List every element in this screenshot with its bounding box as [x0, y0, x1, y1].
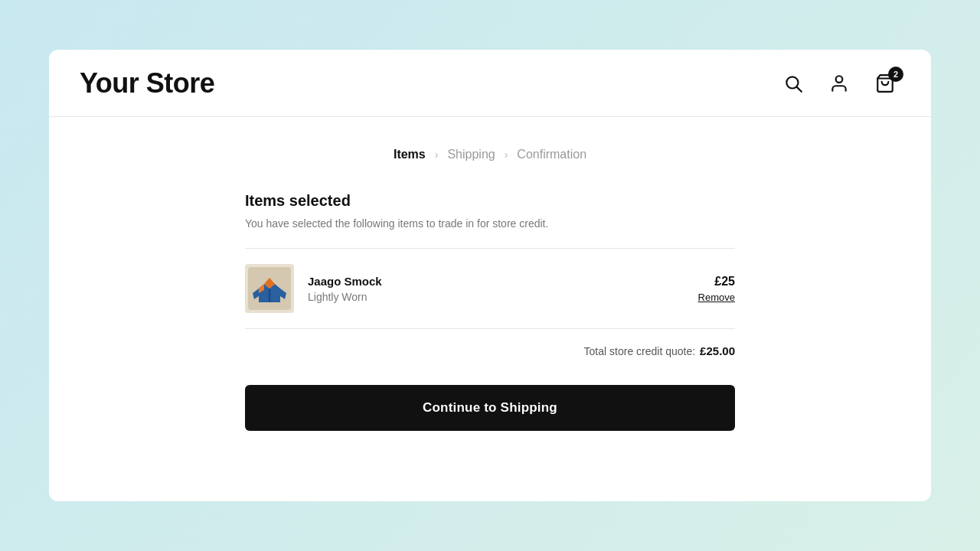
svg-line-1: [797, 86, 802, 91]
main-content: Items › Shipping › Confirmation Items se…: [49, 117, 931, 501]
item-name: Jaago Smock: [308, 275, 698, 288]
section-title: Items selected: [245, 192, 735, 210]
user-icon: [829, 73, 849, 93]
item-price: £25: [714, 275, 735, 289]
step-confirmation: Confirmation: [517, 148, 586, 161]
items-content: Items selected You have selected the fol…: [245, 192, 735, 373]
item-image: [245, 264, 294, 313]
total-amount: £25.00: [700, 344, 735, 357]
checkout-steps: Items › Shipping › Confirmation: [394, 148, 586, 161]
section-description: You have selected the following items to…: [245, 217, 735, 230]
svg-point-2: [836, 76, 843, 83]
search-icon: [783, 73, 803, 93]
store-title: Your Store: [80, 67, 214, 99]
total-label: Total store credit quote:: [584, 345, 696, 357]
chevron-2-icon: ›: [505, 148, 508, 161]
step-shipping: Shipping: [447, 148, 495, 161]
table-row: Jaago Smock Lightly Worn £25 Remove: [245, 249, 735, 329]
cart-button[interactable]: 2: [870, 68, 900, 99]
cart-badge: 2: [888, 67, 903, 82]
app-window: Your Store: [49, 50, 931, 501]
account-button[interactable]: [824, 68, 854, 99]
jacket-illustration: [248, 267, 291, 310]
continue-to-shipping-button[interactable]: Continue to Shipping: [245, 385, 735, 431]
step-items: Items: [394, 148, 426, 161]
total-row: Total store credit quote: £25.00: [245, 329, 735, 373]
header-icons: 2: [778, 68, 900, 99]
search-button[interactable]: [778, 68, 808, 99]
chevron-1-icon: ›: [435, 148, 439, 161]
item-info: Jaago Smock Lightly Worn: [308, 275, 698, 303]
header: Your Store: [49, 50, 931, 117]
remove-button[interactable]: Remove: [698, 292, 735, 303]
item-price-action: £25 Remove: [698, 275, 735, 303]
item-condition: Lightly Worn: [308, 291, 698, 303]
